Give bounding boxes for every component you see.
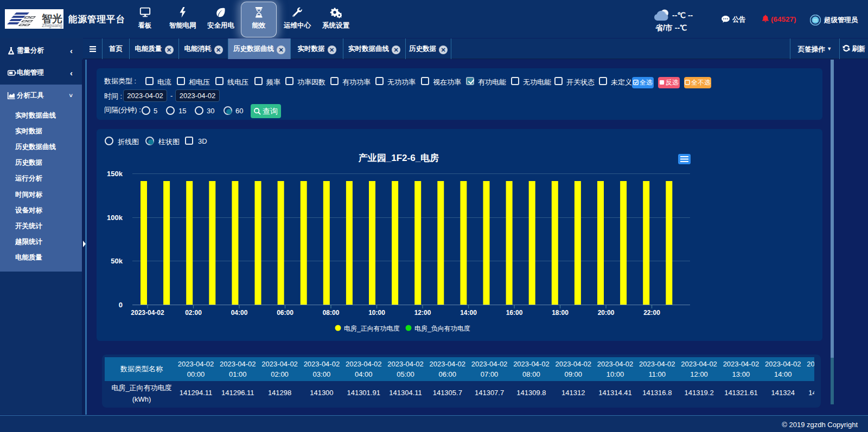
svg-text:电房_负向有功电度: 电房_负向有功电度 — [414, 325, 470, 332]
svg-text:Zhiguang: Zhiguang — [42, 23, 62, 28]
svg-text:14:00: 14:00 — [460, 309, 477, 317]
svg-text:2023-04-02: 2023-04-02 — [131, 309, 164, 317]
svg-text:02:00: 02:00 — [185, 309, 202, 317]
svg-text:产业园_1F2-6_电房: 产业园_1F2-6_电房 — [358, 153, 439, 163]
svg-text:50k: 50k — [111, 257, 123, 265]
svg-text:150k: 150k — [107, 170, 123, 178]
svg-text:22:00: 22:00 — [643, 309, 660, 317]
svg-text:电房_正向有功电度: 电房_正向有功电度 — [344, 325, 400, 332]
svg-text:0: 0 — [119, 301, 123, 309]
svg-text:100k: 100k — [107, 214, 123, 222]
svg-text:06:00: 06:00 — [277, 309, 293, 317]
svg-text:12:00: 12:00 — [414, 309, 431, 317]
svg-text:04:00: 04:00 — [231, 309, 248, 317]
svg-text:18:00: 18:00 — [552, 309, 569, 317]
svg-text:10:00: 10:00 — [368, 309, 385, 317]
svg-text:16:00: 16:00 — [506, 309, 523, 317]
svg-text:08:00: 08:00 — [323, 309, 340, 317]
svg-text:20:00: 20:00 — [598, 309, 615, 317]
